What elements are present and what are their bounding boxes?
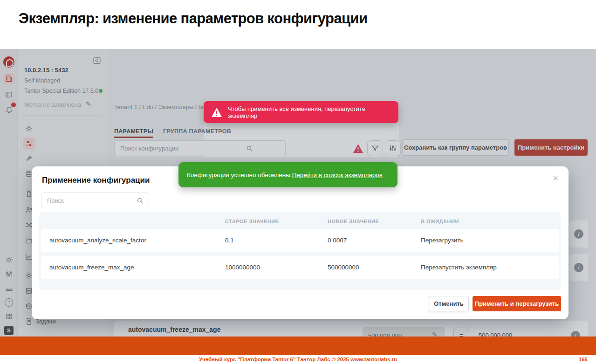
modal-title: Применение конфигурации	[42, 176, 150, 185]
row-pending-action: Перезапустить экземпляр	[421, 264, 497, 271]
row-pending-action: Перезагрузить	[421, 237, 464, 244]
modal-search	[41, 192, 149, 208]
search-icon	[136, 197, 144, 205]
row-param-name: autovacuum_analyze_scale_factor	[49, 237, 146, 244]
go-to-instances-link[interactable]: Перейти в список экземпляров	[292, 172, 383, 179]
table-row: autovacuum_freeze_max_age 1000000000 500…	[41, 256, 559, 279]
warning-icon	[211, 107, 222, 117]
apply-and-restart-button[interactable]: Применить и перезагрузить	[473, 296, 561, 311]
column-header-new-value: НОВОЕ ЗНАЧЕНИЕ	[328, 219, 379, 224]
success-toast-text: Конфигурации успешно обновлены.	[187, 172, 292, 179]
page-number: 165	[579, 357, 588, 362]
cancel-button[interactable]: Отменить	[429, 296, 469, 311]
page-title: Экземпляр: изменение параметров конфигур…	[19, 10, 367, 27]
row-old-value: 1000000000	[225, 264, 260, 271]
footer-band: tantor	[0, 337, 596, 355]
close-icon[interactable]: ×	[553, 173, 558, 184]
footer-course-text: Учебный курс "Платформа Tantor 6" Тантор…	[0, 357, 596, 362]
table-row: autovacuum_analyze_scale_factor 0.1 0.00…	[41, 229, 559, 252]
column-header-old-value: СТАРОЕ ЗНАЧЕНИЕ	[225, 219, 279, 224]
row-new-value: 0.0007	[328, 237, 347, 244]
row-old-value: 0.1	[225, 237, 234, 244]
success-toast: Конфигурации успешно обновлены. Перейти …	[178, 162, 397, 187]
warning-toast-text: Чтобы применить все изменения, перезапус…	[228, 105, 391, 119]
row-new-value: 500000000	[328, 264, 359, 271]
modal-search-input[interactable]	[41, 193, 149, 208]
modal-table: СТАРОЕ ЗНАЧЕНИЕ НОВОЕ ЗНАЧЕНИЕ В ОЖИДАНИ…	[39, 212, 561, 290]
warning-toast: Чтобы применить все изменения, перезапус…	[204, 101, 398, 123]
row-param-name: autovacuum_freeze_max_age	[49, 264, 134, 271]
column-header-pending: В ОЖИДАНИИ	[421, 219, 459, 224]
app-screenshot: ? S 10.0.2.15 : 5432 Self Managed Tantor…	[0, 49, 596, 337]
apply-configuration-modal: Применение конфигурации × СТАРОЕ ЗНАЧЕНИ…	[32, 166, 569, 319]
